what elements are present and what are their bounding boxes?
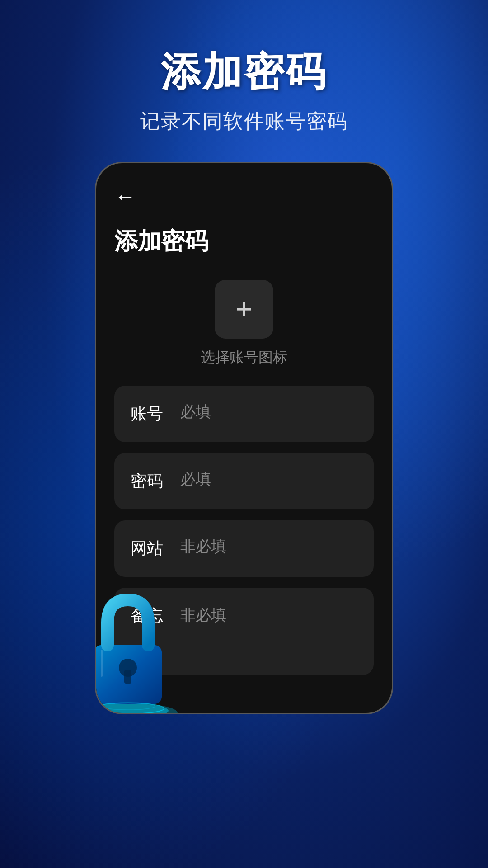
page-title: 添加密码	[114, 226, 374, 257]
icon-upload-label: 选择账号图标	[201, 348, 287, 368]
website-field-row: 网站	[114, 520, 374, 577]
svg-rect-4	[124, 670, 131, 684]
icon-upload-button[interactable]: +	[215, 280, 273, 339]
back-button[interactable]: ←	[114, 186, 374, 208]
hero-title: 添加密码	[0, 45, 488, 99]
icon-upload-area: + 选择账号图标	[114, 280, 374, 368]
website-label: 网站	[131, 538, 167, 560]
svg-rect-5	[101, 650, 103, 677]
account-label: 账号	[131, 403, 167, 425]
password-field-row: 密码	[114, 453, 374, 509]
account-input[interactable]	[180, 403, 372, 420]
hero-subtitle: 记录不同软件账号密码	[0, 108, 488, 135]
notes-input[interactable]	[180, 605, 357, 658]
password-input[interactable]	[180, 470, 372, 488]
plus-icon: +	[235, 295, 252, 324]
website-input[interactable]	[180, 538, 372, 555]
hero-section: 添加密码 记录不同软件账号密码	[0, 0, 488, 162]
password-label: 密码	[131, 470, 167, 492]
lock-decoration	[95, 573, 187, 714]
phone-frame: ← 添加密码 + 选择账号图标 账号 密码 网站	[95, 162, 393, 714]
back-arrow-icon: ←	[114, 186, 136, 208]
account-field-row: 账号	[114, 386, 374, 442]
